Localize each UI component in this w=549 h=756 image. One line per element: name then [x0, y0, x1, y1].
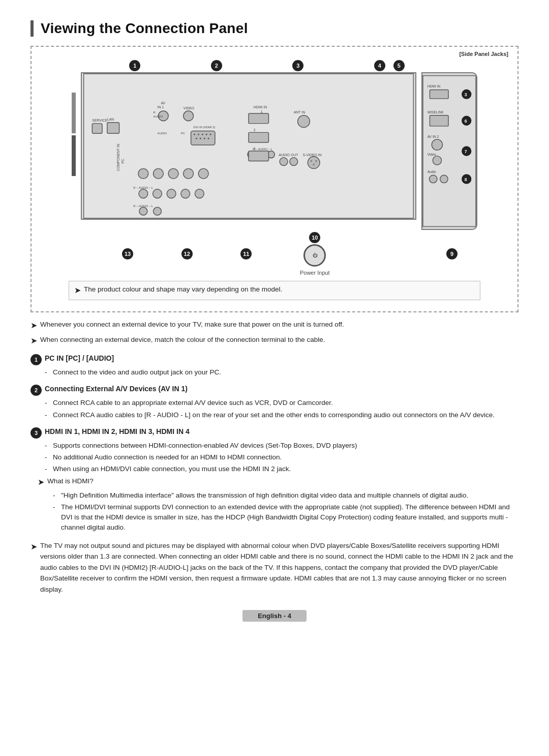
section-2: 2 Connecting External A/V Devices (AV IN…	[30, 385, 518, 420]
warning-1: ➤ Whenever you connect an external devic…	[30, 319, 518, 332]
svg-point-38	[315, 160, 317, 162]
warning-1-text: Whenever you connect an external device …	[40, 319, 344, 330]
svg-point-16	[194, 134, 195, 135]
big-note-text: The TV may not output sound and pictures…	[40, 540, 518, 595]
svg-point-53	[181, 189, 190, 198]
svg-text:AUDIO: AUDIO	[158, 132, 167, 135]
svg-rect-66	[430, 115, 448, 126]
side-panel-label: [Side Panel Jacks]	[459, 51, 508, 57]
svg-point-37	[310, 160, 312, 162]
callout-2: 2	[211, 60, 222, 71]
svg-rect-0	[92, 124, 102, 134]
svg-text:2: 2	[254, 128, 256, 132]
subnote-0-arrow: ➤	[38, 476, 44, 488]
svg-text:R – AUDIO – L: R – AUDIO – L	[133, 186, 154, 189]
section-1-bullets: Connect to the video and audio output ja…	[45, 367, 518, 377]
callout-9: 9	[446, 248, 458, 259]
svg-point-50	[139, 189, 148, 198]
svg-rect-2	[107, 123, 119, 134]
svg-point-39	[313, 164, 315, 166]
svg-text:VIDEO: VIDEO	[184, 106, 195, 110]
subnote-0-text: What is HDMI?	[47, 476, 94, 486]
warning-1-arrow: ➤	[30, 319, 37, 332]
svg-text:AUDIO: AUDIO	[154, 115, 163, 118]
section-3-bullet-0: Supports connections between HDMI-connec…	[45, 441, 518, 451]
svg-point-77	[440, 175, 448, 183]
svg-text:7: 7	[465, 149, 467, 154]
section-3-subnote-0: ➤ What is HDMI?	[38, 476, 518, 488]
big-note-block: ➤ The TV may not output sound and pictur…	[30, 540, 518, 595]
section-2-num: 2	[30, 385, 42, 396]
page-footer: English - 4	[30, 610, 518, 622]
svg-rect-27	[249, 113, 268, 124]
svg-rect-15	[191, 131, 215, 145]
big-note-arrow: ➤	[30, 540, 37, 554]
svg-text:WISELINK: WISELINK	[428, 110, 444, 114]
svg-rect-55	[249, 151, 268, 161]
svg-point-70	[432, 139, 442, 150]
svg-point-23	[204, 138, 205, 139]
section-1-bullet-0: Connect to the video and audio output ja…	[45, 367, 518, 377]
model-note-arrow: ➤	[74, 284, 81, 297]
section-3-bullets: Supports connections between HDMI-connec…	[45, 441, 518, 475]
callout-3: 3	[292, 60, 303, 71]
svg-rect-62	[430, 90, 448, 99]
svg-point-46	[168, 168, 178, 179]
callout-11: 11	[240, 248, 252, 259]
svg-text:R: R	[154, 111, 156, 114]
subnote-detail-1: "High Definition Multimedia interface" a…	[53, 490, 518, 501]
section-3-num: 3	[30, 427, 42, 439]
svg-text:DVI IN (HDMI 2): DVI IN (HDMI 2)	[194, 126, 216, 129]
page-title: Viewing the Connection Panel	[30, 20, 518, 37]
svg-text:COMPONENT IN: COMPONENT IN	[116, 144, 120, 171]
callout-10: 10	[309, 232, 320, 243]
section-3-subnote-details: "High Definition Multimedia interface" a…	[53, 490, 518, 533]
svg-point-72	[433, 156, 441, 165]
section-2-bullets: Connect RCA cable to an appropriate exte…	[45, 398, 518, 420]
svg-point-10	[184, 111, 194, 121]
main-panel-svg: SERVICE LAN PC AV IN 1 R AUDIO VIDEO AUD…	[81, 72, 416, 220]
svg-point-45	[154, 168, 164, 179]
svg-point-22	[200, 138, 201, 139]
warning-2: ➤ When connecting an external device, ma…	[30, 335, 518, 347]
callout-4: 4	[374, 60, 385, 71]
section-1-num: 1	[30, 354, 42, 365]
subnote-detail-2: The HDMI/DVI terminal supports DVI conne…	[53, 502, 518, 533]
svg-point-20	[210, 134, 211, 135]
svg-point-76	[429, 175, 437, 183]
section-3-title: HDMI IN 1, HDMI IN 2, HDMI IN 3, HDMI IN…	[45, 427, 190, 435]
power-connector: ⏻	[303, 244, 326, 267]
svg-text:SERVICE: SERVICE	[92, 119, 108, 122]
svg-point-47	[184, 168, 194, 179]
svg-point-17	[198, 134, 199, 135]
svg-text:6: 6	[465, 119, 467, 124]
svg-text:S-VIDEO IN: S-VIDEO IN	[303, 153, 322, 157]
svg-text:HDMI IN: HDMI IN	[254, 105, 267, 109]
section-3: 3 HDMI IN 1, HDMI IN 2, HDMI IN 3, HDMI …	[30, 427, 518, 533]
svg-point-59	[154, 207, 162, 215]
svg-point-18	[202, 134, 203, 135]
svg-text:LAN: LAN	[107, 118, 114, 121]
svg-point-36	[308, 157, 320, 169]
footer-badge: English - 4	[242, 610, 307, 622]
model-note-text: The product colour and shape may vary de…	[84, 284, 282, 295]
section-3-bullet-1: No additional Audio connection is needed…	[45, 452, 518, 462]
tv-diagram: 1 2 3 4 5 SERVICE	[40, 55, 509, 306]
svg-point-31	[298, 115, 310, 128]
svg-text:R – AUDIO – L: R – AUDIO – L	[253, 148, 273, 151]
svg-point-58	[139, 207, 147, 215]
svg-text:AV: AV	[161, 101, 165, 105]
side-panel-svg: HDMI IN 3 WISELINK 6 AV IN 2 Video	[421, 72, 477, 230]
svg-text:IN 1: IN 1	[158, 105, 164, 109]
svg-point-52	[167, 189, 176, 198]
svg-point-19	[206, 134, 207, 135]
callout-13: 13	[122, 248, 133, 259]
svg-point-24	[208, 138, 209, 139]
warning-2-arrow: ➤	[30, 335, 37, 347]
svg-text:Audio: Audio	[428, 170, 436, 173]
section-1: 1 PC IN [PC] / [AUDIO] Connect to the vi…	[30, 354, 518, 377]
section-2-title: Connecting External A/V Devices (AV IN 1…	[45, 385, 188, 393]
svg-rect-29	[249, 132, 268, 142]
callout-1: 1	[129, 60, 140, 71]
svg-point-54	[195, 189, 204, 198]
